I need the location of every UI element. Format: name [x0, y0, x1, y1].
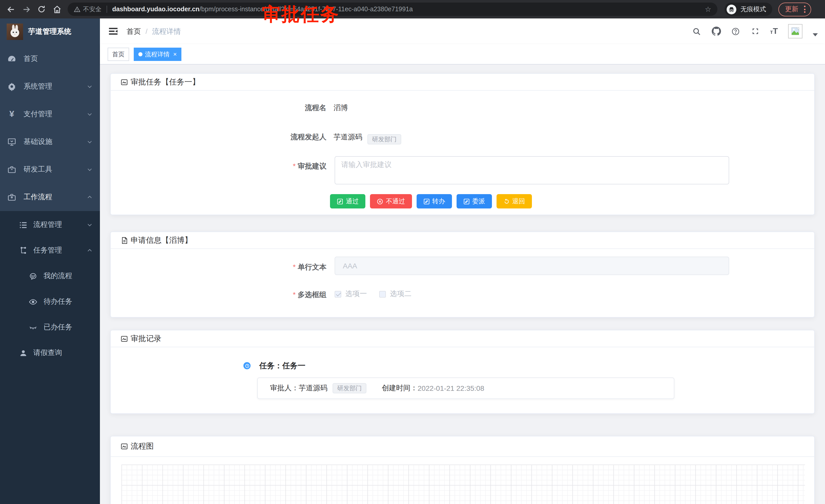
approval-actions: 通过 不通过 转办 委派 退回 — [330, 194, 532, 208]
approval-records-card: 审批记录 任务：任务一 审批人： 芋道源码 研发部门 创建时间： 2022-01… — [110, 330, 815, 414]
toolbox-icon — [7, 165, 16, 174]
process-diagram-card: 流程图 — [110, 436, 815, 504]
sidebar-item-label: 系统管理 — [23, 82, 52, 91]
timeline-clock-icon — [243, 362, 250, 369]
sidebar-item-todo-tasks[interactable]: 待办任务 — [0, 289, 100, 315]
sidebar-item-label: 基础设施 — [23, 137, 52, 147]
card-header: 流程图 — [111, 436, 814, 457]
sidebar-item-system[interactable]: 系统管理 — [0, 73, 100, 100]
warning-icon — [74, 6, 80, 12]
advice-label: *审批建议 — [111, 161, 326, 171]
flow-nodes-icon — [19, 246, 28, 255]
github-icon[interactable] — [712, 27, 721, 36]
sidebar-item-payment[interactable]: ¥ 支付管理 — [0, 100, 100, 128]
security-warning[interactable]: 不安全 — [74, 5, 101, 14]
checkbox-option-1[interactable]: 选项一 — [334, 289, 367, 299]
browser-update-menu[interactable]: 更新 — [778, 2, 811, 16]
header-actions: тT — [692, 18, 818, 44]
sidebar-item-leave-query[interactable]: 请假查询 — [0, 340, 100, 366]
picture-icon — [121, 335, 128, 342]
monitor-icon — [7, 137, 16, 147]
breadcrumb: 首页 / 流程详情 — [127, 27, 181, 36]
card-title: 审批任务【任务一】 — [131, 77, 200, 87]
checkbox-checked-icon — [334, 291, 341, 297]
search-icon[interactable] — [692, 27, 701, 36]
main-content: 审批任务【任务一】 流程名 滔博 流程发起人 芋道源码研发部门 *审批建议 通过… — [100, 65, 825, 504]
user-icon — [19, 348, 28, 357]
sidebar-item-label: 流程管理 — [33, 220, 62, 230]
checkbox-option-2[interactable]: 选项二 — [379, 289, 411, 299]
sidebar-submenu: 流程管理 任务管理 我的流程 待办任务 已办任务 请假 — [0, 211, 100, 504]
approve-button[interactable]: 通过 — [330, 194, 365, 208]
bpmn-diagram-canvas[interactable] — [122, 465, 805, 504]
tag-process-detail[interactable]: 流程详情 × — [134, 48, 181, 61]
gear-icon — [7, 82, 16, 91]
application-info-card: 申请信息【滔博】 *单行文本 *多选框组 选项一 选项二 — [110, 232, 815, 318]
sidebar-item-infrastructure[interactable]: 基础设施 — [0, 128, 100, 156]
initiator-value: 芋道源码研发部门 — [333, 132, 401, 142]
sidebar-item-label: 支付管理 — [23, 110, 52, 119]
avatar[interactable] — [788, 24, 803, 38]
chevron-down-icon — [87, 111, 93, 117]
browser-forward-button[interactable] — [18, 3, 34, 16]
address-bar[interactable]: 不安全 dashboard.yudao.iocoder.cn/bpm/proce… — [68, 3, 718, 16]
update-label: 更新 — [785, 5, 798, 14]
card-title: 审批记录 — [131, 334, 161, 343]
help-icon[interactable] — [731, 27, 740, 36]
sidebar-item-workflow[interactable]: 工作流程 — [0, 183, 100, 211]
edit-icon — [336, 198, 343, 204]
browser-back-button[interactable] — [3, 3, 18, 16]
sidebar-item-task-mgmt[interactable]: 任务管理 — [0, 238, 100, 263]
transfer-button[interactable]: 转办 — [416, 194, 452, 208]
eye-open-icon — [29, 297, 38, 306]
sidebar-item-my-process[interactable]: 我的流程 — [0, 263, 100, 289]
process-name-label: 流程名 — [111, 102, 326, 113]
card-header: 审批记录 — [111, 330, 814, 347]
card-title: 申请信息【滔博】 — [131, 235, 192, 245]
single-line-input[interactable] — [334, 257, 729, 275]
avatar-caret-icon[interactable] — [813, 33, 818, 36]
breadcrumb-home[interactable]: 首页 — [127, 27, 141, 36]
return-button[interactable]: 退回 — [496, 194, 532, 208]
yen-icon: ¥ — [7, 110, 16, 119]
delegate-button[interactable]: 委派 — [456, 194, 492, 208]
omnibox-divider — [106, 6, 107, 13]
timeline-task-title: 任务：任务一 — [259, 361, 305, 371]
browser-home-button[interactable] — [49, 3, 65, 16]
checkbox-unchecked-icon — [379, 291, 386, 297]
chevron-up-icon — [87, 247, 93, 254]
sidebar-item-label: 待办任务 — [44, 297, 72, 306]
dashboard-icon — [7, 54, 16, 64]
tag-close-icon[interactable]: × — [173, 51, 177, 58]
picture-icon — [121, 442, 128, 450]
sidebar-item-label: 工作流程 — [23, 192, 52, 202]
sidebar-item-process-mgmt[interactable]: 流程管理 — [0, 212, 100, 238]
kebab-menu-icon[interactable] — [803, 5, 807, 14]
process-name-value: 滔博 — [333, 102, 348, 113]
browser-reload-button[interactable] — [34, 3, 49, 16]
tag-home[interactable]: 首页 — [107, 48, 129, 61]
font-size-icon[interactable]: тT — [770, 27, 778, 36]
app-header: 首页 / 流程详情 тT — [100, 18, 825, 44]
sidebar-item-devtools[interactable]: 研发工具 — [0, 156, 100, 183]
approval-task-card: 审批任务【任务一】 流程名 滔博 流程发起人 芋道源码研发部门 *审批建议 通过… — [110, 73, 815, 215]
approver-label: 审批人： — [270, 384, 299, 393]
card-header: 申请信息【滔博】 — [111, 232, 814, 249]
bookmark-star-icon[interactable]: ☆ — [705, 5, 711, 13]
edit-icon — [423, 198, 430, 204]
app-logo-row[interactable]: 芋道管理系统 — [0, 18, 100, 45]
card-title: 流程图 — [131, 441, 154, 451]
sidebar-collapse-icon[interactable] — [108, 26, 119, 36]
picture-icon — [121, 78, 128, 86]
sidebar-item-done-tasks[interactable]: 已办任务 — [0, 315, 100, 340]
reject-button[interactable]: 不通过 — [370, 194, 412, 208]
chevron-up-icon — [87, 194, 93, 200]
fullscreen-icon[interactable] — [751, 27, 760, 36]
advice-textarea[interactable] — [334, 156, 729, 184]
document-icon — [121, 236, 128, 244]
sidebar-item-label: 请假查询 — [33, 348, 62, 357]
sidebar-item-home[interactable]: 首页 — [0, 45, 100, 73]
chevron-down-icon — [87, 139, 93, 145]
screen: 不安全 dashboard.yudao.iocoder.cn/bpm/proce… — [0, 0, 825, 504]
chevron-down-icon — [87, 83, 93, 90]
